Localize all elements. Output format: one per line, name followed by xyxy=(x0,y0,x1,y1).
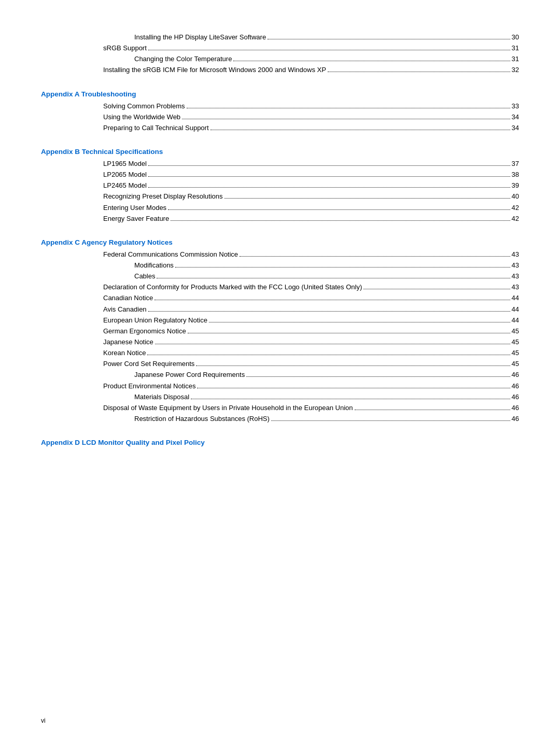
toc-entry-dots xyxy=(225,198,510,199)
toc-entry-dots xyxy=(240,256,510,257)
toc-entry-text: Installing the HP Display LiteSaver Soft… xyxy=(134,32,266,43)
toc-entry-page: 45 xyxy=(512,326,519,336)
toc-entry-dots xyxy=(182,119,510,119)
toc-entry-text: LP2065 Model xyxy=(103,170,147,180)
toc-entry-text: Declaration of Conformity for Products M… xyxy=(103,282,362,292)
toc-entry-dots xyxy=(246,376,510,377)
toc-entry-dots xyxy=(211,130,510,130)
toc-entry-text: German Ergonomics Notice xyxy=(103,326,186,336)
toc-entry-dots xyxy=(196,366,510,366)
toc-entry: Solving Common Problems33 xyxy=(41,101,519,111)
toc-entry-page: 43 xyxy=(512,260,519,271)
toc-entry-dots xyxy=(168,209,510,210)
toc-entry: Recognizing Preset Display Resolutions40 xyxy=(41,191,519,202)
toc-entry-text: Modifications xyxy=(134,260,174,271)
toc-entry-dots xyxy=(175,267,510,268)
toc-entry-dots xyxy=(355,410,510,410)
toc-entry: Energy Saver Feature42 xyxy=(41,214,519,224)
toc-entry-text: European Union Regulatory Notice xyxy=(103,315,207,326)
toc-entry-dots xyxy=(155,300,510,300)
appendix-b-heading[interactable]: Appendix B Technical Specifications xyxy=(41,148,163,156)
toc-entry-page: 40 xyxy=(512,191,519,202)
toc-entry-dots xyxy=(191,399,510,399)
toc-entry-page: 46 xyxy=(512,381,519,391)
toc-entry-text: Energy Saver Feature xyxy=(103,214,169,224)
toc-entry-page: 32 xyxy=(512,65,519,75)
toc-entry-page: 46 xyxy=(512,370,519,380)
toc-entry-dots xyxy=(171,220,510,221)
toc-entry-dots xyxy=(155,344,510,344)
toc-entry: German Ergonomics Notice45 xyxy=(41,326,519,336)
toc-entry: Disposal of Waste Equipment by Users in … xyxy=(41,403,519,413)
appendix-a-heading[interactable]: Appendix A Troubleshooting xyxy=(41,90,136,98)
toc-entry: LP1965 Model37 xyxy=(41,159,519,169)
appendix-a-entries: Solving Common Problems33Using the World… xyxy=(41,101,519,133)
toc-entry-text: Cables xyxy=(134,271,155,282)
toc-entry: LP2465 Model39 xyxy=(41,180,519,191)
toc-entry-dots xyxy=(328,72,510,72)
toc-entry: European Union Regulatory Notice44 xyxy=(41,315,519,326)
appendix-b-section: Appendix B Technical Specifications LP19… xyxy=(41,148,519,224)
toc-entry-text: Changing the Color Temperature xyxy=(134,54,232,64)
toc-entry-page: 42 xyxy=(512,214,519,224)
toc-entry: Installing the HP Display LiteSaver Soft… xyxy=(41,32,519,43)
appendix-d-heading[interactable]: Appendix D LCD Monitor Quality and Pixel… xyxy=(41,439,205,446)
toc-entry-text: Avis Canadien xyxy=(103,304,147,315)
toc-entry: Avis Canadien44 xyxy=(41,304,519,315)
toc-entry: Product Environmental Notices46 xyxy=(41,381,519,391)
toc-entry-page: 30 xyxy=(512,32,519,43)
toc-entry-text: Korean Notice xyxy=(103,348,146,358)
pre-section-entries: Installing the HP Display LiteSaver Soft… xyxy=(41,32,519,76)
toc-entry-text: Installing the sRGB ICM File for Microso… xyxy=(103,65,326,75)
toc-entry-text: Solving Common Problems xyxy=(103,101,185,111)
toc-entry-dots xyxy=(148,311,510,312)
toc-entry: Federal Communications Commission Notice… xyxy=(41,249,519,260)
toc-entry-dots xyxy=(209,322,510,322)
appendix-c-heading[interactable]: Appendix C Agency Regulatory Notices xyxy=(41,238,173,246)
toc-entry-page: 43 xyxy=(512,249,519,260)
toc-entry-dots xyxy=(197,388,510,388)
toc-entry-page: 46 xyxy=(512,403,519,413)
toc-entry-dots xyxy=(188,333,510,333)
toc-entry-page: 42 xyxy=(512,203,519,213)
appendix-b-entries: LP1965 Model37LP2065 Model38LP2465 Model… xyxy=(41,159,519,224)
toc-entry-page: 34 xyxy=(512,123,519,133)
toc-entry-text: Recognizing Preset Display Resolutions xyxy=(103,191,223,202)
toc-entry-page: 44 xyxy=(512,304,519,315)
toc-entry-page: 31 xyxy=(512,54,519,64)
toc-entry-text: Japanese Power Cord Requirements xyxy=(134,370,245,380)
toc-entry: Changing the Color Temperature31 xyxy=(41,54,519,64)
toc-entry-dots xyxy=(268,39,510,39)
appendix-a-section: Appendix A Troubleshooting Solving Commo… xyxy=(41,90,519,133)
toc-entry-text: Preparing to Call Technical Support xyxy=(103,123,209,133)
toc-entry-text: sRGB Support xyxy=(103,43,147,53)
toc-entry-dots xyxy=(148,165,510,166)
toc-entry-page: 46 xyxy=(512,414,519,424)
toc-entry-page: 34 xyxy=(512,112,519,122)
appendix-c-section: Appendix C Agency Regulatory Notices Fed… xyxy=(41,238,519,424)
toc-entry: sRGB Support31 xyxy=(41,43,519,53)
toc-entry: Power Cord Set Requirements45 xyxy=(41,359,519,369)
toc-entry: Materials Disposal46 xyxy=(41,392,519,402)
toc-entry-page: 44 xyxy=(512,315,519,326)
toc-entry-page: 31 xyxy=(512,43,519,53)
toc-entry: Preparing to Call Technical Support34 xyxy=(41,123,519,133)
toc-entry-page: 33 xyxy=(512,101,519,111)
toc-entry-page: 45 xyxy=(512,359,519,369)
pre-section: Installing the HP Display LiteSaver Soft… xyxy=(41,32,519,76)
toc-entry-page: 39 xyxy=(512,180,519,191)
toc-entry-text: LP2465 Model xyxy=(103,180,147,191)
toc-entry-text: Disposal of Waste Equipment by Users in … xyxy=(103,403,353,413)
toc-entry-page: 43 xyxy=(512,271,519,282)
page-footer: vi xyxy=(41,717,46,724)
page-number: vi xyxy=(41,717,46,724)
toc-entry-page: 46 xyxy=(512,392,519,402)
toc-entry-dots xyxy=(363,289,510,289)
toc-entry-page: 44 xyxy=(512,293,519,303)
toc-entry-text: LP1965 Model xyxy=(103,159,147,169)
toc-entry: Korean Notice45 xyxy=(41,348,519,358)
toc-entry-page: 45 xyxy=(512,348,519,358)
toc-entry-text: Materials Disposal xyxy=(134,392,189,402)
toc-entry: Installing the sRGB ICM File for Microso… xyxy=(41,65,519,75)
toc-entry-text: Using the Worldwide Web xyxy=(103,112,180,122)
